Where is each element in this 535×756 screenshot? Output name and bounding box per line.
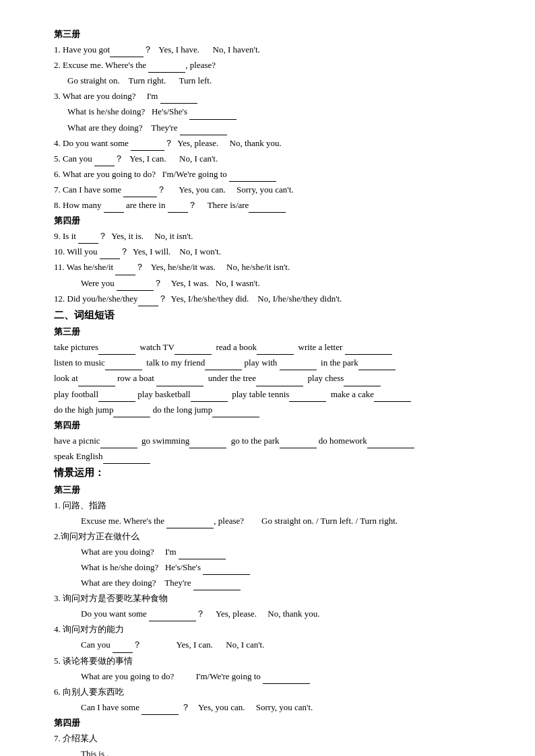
item-6: 6. What are you going to do? I'm/We're g…: [54, 167, 495, 182]
page-container: 第三册 1. Have you got？ Yes, I have. No, I …: [54, 27, 495, 756]
sit-1-title: 1. 问路、指路: [54, 498, 495, 513]
sit-2c: What are they doing? They're: [54, 576, 495, 590]
item-5: 5. Can you ？ Yes, I can. No, I can't.: [54, 151, 495, 166]
book3-header: 第三册: [54, 27, 495, 42]
item-9: 9. Is it ？ Yes, it is. No, it isn't.: [54, 229, 495, 244]
section2-title: 二、词组短语: [54, 307, 495, 324]
item-11b: Were you ？ Yes, I was. No, I wasn't.: [54, 276, 495, 291]
item-2-cont: Go straight on. Turn right. Turn left.: [54, 73, 495, 88]
sit-7-title: 7. 介绍某人: [54, 731, 495, 746]
sit-6-content: Can I have some ？ Yes, you can. Sorry, y…: [54, 700, 495, 715]
situation-book3-header: 第三册: [54, 483, 495, 497]
sit-2b: What is he/she doing? He's/She's: [54, 560, 495, 575]
item-1: 1. Have you got？ Yes, I have. No, I have…: [54, 42, 495, 57]
situation-title: 情景运用：: [54, 465, 495, 482]
vocab-row4: play football play basketball play table…: [54, 387, 495, 402]
vocab-row6: have a picnic go swimming go to the park…: [54, 434, 495, 448]
item-10: 10. Will you ？ Yes, I will. No, I won't.: [54, 244, 495, 259]
sit-4-content: Can you ？ Yes, I can. No, I can't.: [54, 638, 495, 652]
vocab-row5: do the high jump do the long jump: [54, 403, 495, 417]
vocab-book4-header: 第四册: [54, 418, 495, 433]
sit-2-title: 2.询问对方正在做什么: [54, 529, 495, 544]
item-8: 8. How many are there in ？ There is/are: [54, 198, 495, 213]
item-3c: What are they doing? They're: [54, 121, 495, 135]
item-11: 11. Was he/she/it ？ Yes, he/she/it was. …: [54, 260, 495, 275]
sit-7-content: This is .: [54, 747, 495, 756]
vocab-book3-header: 第三册: [54, 324, 495, 339]
vocab-row1: take pictures watch TV read a book write…: [54, 340, 495, 355]
item-2: 2. Excuse me. Where's the , please?: [54, 58, 495, 73]
sit-3-title: 3. 询问对方是否要吃某种食物: [54, 591, 495, 606]
book4-header: 第四册: [54, 213, 495, 228]
sit-1-content: Excuse me. Where's the , please? Go stra…: [54, 514, 495, 528]
item-3b: What is he/she doing? He's/She's: [54, 104, 495, 119]
sit-4-title: 4. 询问对方的能力: [54, 622, 495, 637]
sit-3-content: Do you want some ？ Yes, please. No, than…: [54, 607, 495, 621]
sit-5-content: What are you going to do? I'm/We're goin…: [54, 669, 495, 684]
situation-book4-header: 第四册: [54, 716, 495, 730]
sit-6-title: 6. 向别人要东西吃: [54, 685, 495, 699]
vocab-row2: listen to music talk to my friend play w…: [54, 355, 495, 370]
item-12: 12. Did you/he/she/they？ Yes, I/he/she/t…: [54, 291, 495, 306]
sit-5-title: 5. 谈论将要做的事情: [54, 654, 495, 668]
vocab-row7: speak English: [54, 449, 495, 464]
item-7: 7. Can I have some ？ Yes, you can. Sorry…: [54, 182, 495, 197]
item-3: 3. What are you doing? I'm: [54, 89, 495, 104]
sit-2a: What are you doing? I'm: [54, 545, 495, 559]
vocab-row3: look at row a boat under the tree play c…: [54, 371, 495, 386]
item-4: 4. Do you want some ？ Yes, please. No, t…: [54, 136, 495, 151]
